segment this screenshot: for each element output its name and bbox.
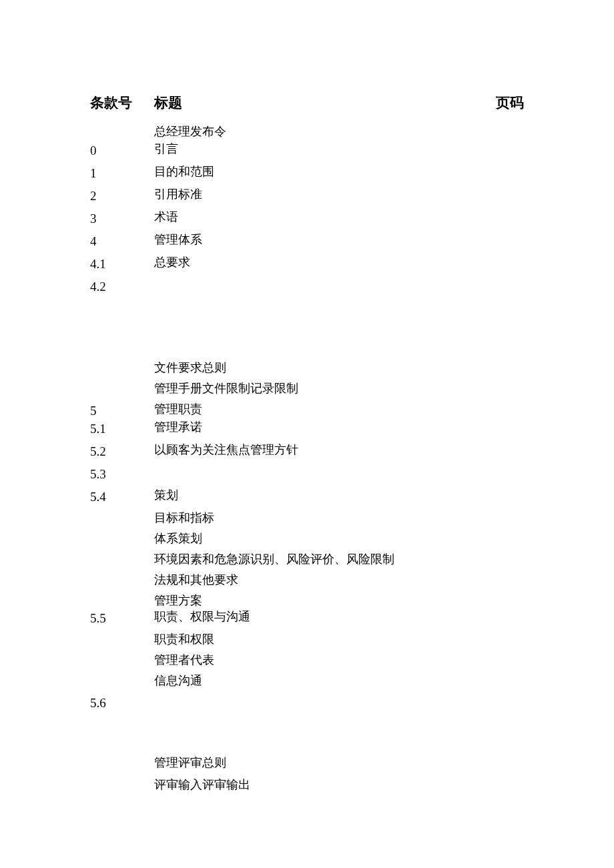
clause-title: 策划: [154, 489, 524, 501]
clause-number: [90, 594, 154, 596]
toc-row: 评审输入评审输出: [90, 779, 524, 791]
clause-number: [90, 553, 154, 554]
toc-row: 0引言: [90, 143, 524, 157]
clause-title: 体系策划: [154, 532, 524, 544]
clause-title: 管理承诺: [154, 421, 524, 433]
clause-title: 引用标准: [154, 188, 524, 200]
clause-number: [90, 675, 154, 676]
clause-title: 引言: [154, 143, 524, 155]
clause-number: 4: [90, 234, 154, 248]
header-page-no: 页码: [484, 93, 524, 112]
vertical-gap: [90, 718, 524, 757]
clause-number: [90, 532, 154, 534]
clause-number: 5.4: [90, 489, 154, 503]
clause-title: 评审输入评审输出: [154, 779, 524, 791]
clause-number: [90, 633, 154, 634]
toc-row: 管理方案: [90, 594, 524, 606]
toc-row: 信息沟通: [90, 675, 524, 687]
clause-title: 职责和权限: [154, 633, 524, 645]
clause-number: [90, 125, 154, 127]
clause-number: [90, 757, 154, 758]
toc-row: 管理评审总则: [90, 757, 524, 769]
vertical-gap: [90, 302, 524, 362]
clause-number: [90, 654, 154, 655]
clause-title: 总要求: [154, 256, 524, 268]
clause-number: [90, 779, 154, 780]
clause-number: 3: [90, 211, 154, 225]
clause-title: 管理职责: [154, 403, 524, 415]
clause-number: [90, 382, 154, 384]
toc-row: 法规和其他要求: [90, 574, 524, 586]
toc-row: 5.1管理承诺: [90, 421, 524, 435]
toc-row: 目标和指标: [90, 512, 524, 524]
clause-number: 5.2: [90, 444, 154, 458]
clause-title: 职责、权限与沟通: [154, 610, 524, 622]
clause-title: 文件要求总则: [154, 362, 524, 374]
clause-title: 管理手册文件限制记录限制: [154, 382, 524, 394]
clause-number: 4.2: [90, 279, 154, 293]
header-clause-no: 条款号: [90, 93, 154, 112]
clause-title: 管理方案: [154, 594, 524, 606]
toc-row: 体系策划: [90, 532, 524, 544]
toc-row: 3术语: [90, 211, 524, 225]
toc-row: 5.6: [90, 695, 524, 709]
clause-number: 5.3: [90, 466, 154, 480]
clause-title: 目的和范围: [154, 165, 524, 177]
clause-number: 0: [90, 143, 154, 157]
clause-number: 2: [90, 188, 154, 202]
clause-number: 5.1: [90, 421, 154, 435]
clause-number: 1: [90, 165, 154, 179]
toc-row: 管理者代表: [90, 654, 524, 666]
toc-block-1: 总经理发布令 0引言 1目的和范围 2引用标准 3术语 4管理体系 4.1总要求…: [90, 125, 524, 293]
clause-number: 5.6: [90, 695, 154, 709]
clause-title: 环境因素和危急源识别、风险评价、风险限制: [154, 553, 524, 565]
toc-block-2: 文件要求总则 管理手册文件限制记录限制 5管理职责 5.1管理承诺 5.2以顾客…: [90, 362, 524, 709]
toc-row: 1目的和范围: [90, 165, 524, 179]
clause-number: 5.5: [90, 610, 154, 624]
toc-row: 5管理职责: [90, 403, 524, 417]
clause-title: 以顾客为关注焦点管理方针: [154, 444, 524, 456]
toc-row: 2引用标准: [90, 188, 524, 202]
toc-row: 5.4策划: [90, 489, 524, 503]
clause-title: 管理评审总则: [154, 757, 524, 769]
clause-title: 总经理发布令: [154, 125, 524, 137]
toc-row: 文件要求总则: [90, 362, 524, 374]
header-title: 标题: [154, 93, 484, 112]
clause-number: [90, 512, 154, 513]
clause-number: [90, 362, 154, 363]
toc-row: 管理手册文件限制记录限制: [90, 382, 524, 394]
toc-row: 4管理体系: [90, 234, 524, 248]
clause-title: 管理者代表: [154, 654, 524, 666]
clause-number: [90, 574, 154, 575]
clause-title: 管理体系: [154, 234, 524, 246]
clause-number: 4.1: [90, 256, 154, 270]
document-page: 条款号 标题 页码 总经理发布令 0引言 1目的和范围 2引用标准 3术语 4管…: [0, 0, 614, 791]
clause-title: 术语: [154, 211, 524, 223]
toc-row: 总经理发布令: [90, 125, 524, 137]
toc-header-row: 条款号 标题 页码: [90, 93, 524, 112]
toc-row: 5.3: [90, 466, 524, 480]
clause-number: 5: [90, 403, 154, 417]
toc-row: 5.2以顾客为关注焦点管理方针: [90, 444, 524, 458]
clause-title: 目标和指标: [154, 512, 524, 524]
toc-block-3: 管理评审总则 评审输入评审输出: [90, 757, 524, 791]
toc-row: 职责和权限: [90, 633, 524, 645]
clause-title: 信息沟通: [154, 675, 524, 687]
toc-row: 4.2: [90, 279, 524, 293]
toc-row: 环境因素和危急源识别、风险评价、风险限制: [90, 553, 524, 565]
clause-title: 法规和其他要求: [154, 574, 524, 586]
toc-row: 4.1总要求: [90, 256, 524, 270]
toc-row: 5.5职责、权限与沟通: [90, 610, 524, 624]
